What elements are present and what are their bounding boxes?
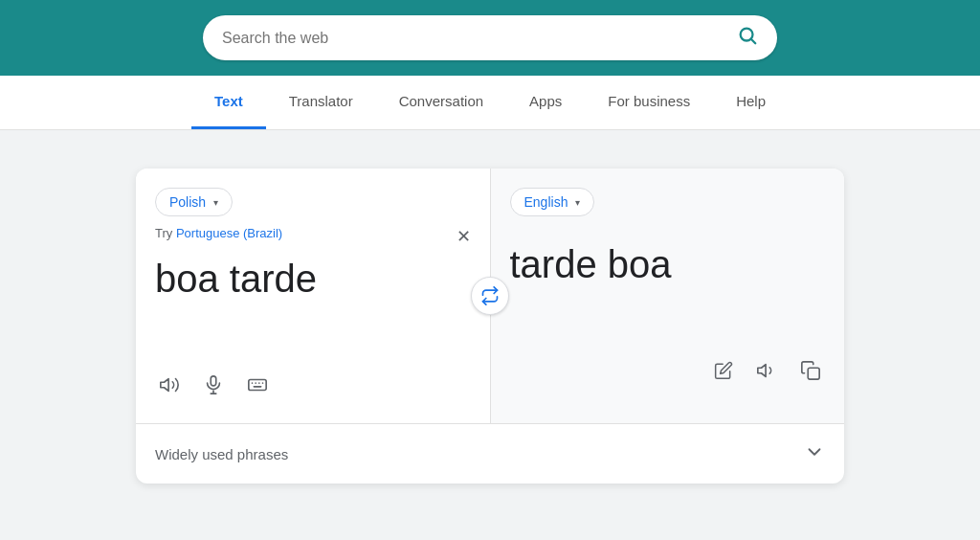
translation-panels: Polish ▾ Try Portuguese (Brazil) ✕ boa t… (136, 169, 844, 423)
tab-apps[interactable]: Apps (506, 76, 585, 129)
target-language-label: English (524, 194, 568, 210)
search-input[interactable] (222, 30, 737, 47)
search-bar (203, 15, 777, 60)
target-panel: English ▾ tarde boa (491, 169, 845, 423)
svg-rect-3 (211, 376, 216, 386)
translator-card: Polish ▾ Try Portuguese (Brazil) ✕ boa t… (136, 169, 844, 484)
svg-marker-2 (161, 379, 168, 392)
clear-button[interactable]: ✕ (457, 226, 471, 247)
volume-out-button[interactable] (752, 356, 781, 390)
target-text: tarde boa (510, 241, 826, 337)
target-icons-row (510, 356, 826, 390)
phrases-row[interactable]: Widely used phrases (136, 424, 844, 484)
source-panel: Polish ▾ Try Portuguese (Brazil) ✕ boa t… (136, 169, 491, 423)
nav: Text Translator Conversation Apps For bu… (0, 76, 980, 130)
target-language-selector[interactable]: English ▾ (510, 188, 595, 216)
mic-button[interactable] (199, 371, 228, 404)
main-content: Polish ▾ Try Portuguese (Brazil) ✕ boa t… (0, 130, 980, 522)
header (0, 0, 980, 76)
suggestion-text: Try Portuguese (Brazil) (155, 226, 471, 240)
tab-help[interactable]: Help (713, 76, 789, 129)
search-icon[interactable] (737, 25, 758, 51)
edit-button[interactable] (710, 357, 737, 389)
svg-line-1 (751, 39, 755, 43)
keyboard-button[interactable] (243, 371, 272, 404)
source-language-label: Polish (169, 194, 206, 210)
source-language-chevron-icon: ▾ (213, 197, 218, 208)
tab-translator[interactable]: Translator (266, 76, 376, 129)
svg-rect-13 (808, 368, 819, 379)
tab-for-business[interactable]: For business (585, 76, 713, 129)
svg-marker-12 (758, 365, 766, 377)
swap-button[interactable] (471, 277, 509, 315)
target-language-chevron-icon: ▾ (575, 197, 580, 208)
svg-rect-6 (249, 380, 266, 391)
source-icons-row (155, 371, 471, 404)
phrases-chevron-icon (804, 441, 825, 466)
tab-conversation[interactable]: Conversation (376, 76, 506, 129)
source-language-selector[interactable]: Polish ▾ (155, 188, 233, 216)
phrases-label: Widely used phrases (155, 446, 288, 462)
volume-button[interactable] (155, 371, 184, 404)
tab-text[interactable]: Text (191, 76, 266, 129)
copy-button[interactable] (796, 356, 825, 390)
source-text[interactable]: boa tarde (155, 256, 471, 351)
suggestion-link[interactable]: Portuguese (Brazil) (176, 226, 282, 240)
